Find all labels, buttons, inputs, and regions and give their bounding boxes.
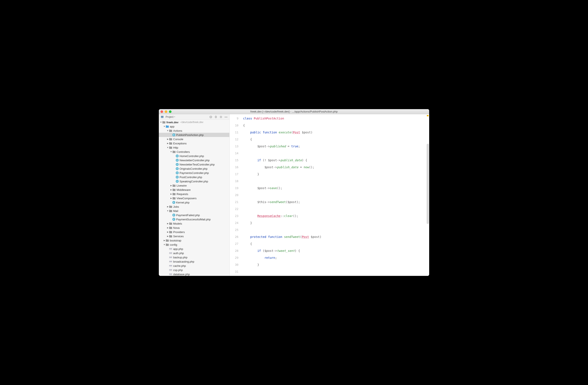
project-sidebar: Project ▾ — ▼ freek.dev ~/dev/code/freek… — [159, 114, 230, 276]
tree-file[interactable]: PHPbroadcasting.php — [159, 259, 229, 264]
php-file-icon: PHP — [169, 256, 172, 259]
project-header: Project ▾ — — [159, 114, 229, 120]
code-line[interactable]: { — [241, 136, 429, 143]
maximize-button[interactable] — [169, 110, 171, 113]
tree-folder-actions[interactable]: ▼ Actions — [159, 129, 229, 133]
code-line[interactable]: if ($post->tweet_sent) { — [241, 247, 429, 254]
tree-folder-mail[interactable]: ▼Mail — [159, 209, 229, 213]
warning-marker[interactable] — [427, 115, 429, 116]
tree-folder-middleware[interactable]: ▶Middleware — [159, 188, 229, 192]
code-line[interactable]: ResponseCache::clear(); — [241, 213, 429, 220]
tree-folder-bootstrap[interactable]: ▶bootstrap — [159, 238, 229, 243]
tree-folder-viewcomposers[interactable]: ▶ViewComposers — [159, 196, 229, 200]
code-line[interactable]: } — [241, 220, 429, 226]
line-number: 11 — [230, 129, 238, 136]
tree-item-label: Middleware — [177, 188, 190, 191]
code-line[interactable]: $post->published = true; — [241, 143, 429, 150]
code-line[interactable] — [241, 192, 429, 199]
chevron-right-icon: ▶ — [170, 193, 172, 195]
tree-folder-config[interactable]: ▼config — [159, 243, 229, 247]
code-line[interactable] — [241, 268, 429, 275]
code-line[interactable]: if (! $post->publish_date) { — [241, 157, 429, 164]
code-line[interactable]: $post->save(); — [241, 185, 429, 192]
tree-folder-console[interactable]: ▶ Console — [159, 137, 229, 141]
svg-line-11 — [222, 117, 222, 118]
code-line[interactable]: { — [241, 122, 429, 129]
code-line[interactable]: } — [241, 261, 429, 268]
titlebar[interactable]: freek.dev [~/dev/code/freek.dev] - .../a… — [159, 109, 429, 114]
tree-file[interactable]: PHPcache.php — [159, 264, 229, 268]
locate-button[interactable] — [209, 115, 213, 119]
project-label-text: Project — [166, 116, 173, 118]
tree-folder-nova[interactable]: ▶Nova — [159, 226, 229, 230]
php-file-icon: PHP — [169, 265, 172, 267]
code-line[interactable]: { — [241, 241, 429, 247]
code-line[interactable]: $this->sendTweet($post); — [241, 199, 429, 205]
tree-file[interactable]: PHPdatabase.php — [159, 272, 229, 276]
tree-item-label: Kernel.php — [176, 201, 189, 204]
php-file-icon: PHP — [169, 269, 172, 271]
tree-file[interactable]: CNewsletterController.php — [159, 158, 229, 162]
php-file-icon: PHP — [169, 261, 172, 263]
close-button[interactable] — [161, 110, 163, 113]
tree-item-label: Services — [173, 235, 184, 238]
tree-folder-http[interactable]: ▼ Http — [159, 145, 229, 150]
hide-button[interactable]: — — [224, 115, 228, 119]
tree-file[interactable]: CSpeakingController.php — [159, 179, 229, 183]
tree-file[interactable]: CNewsletterTestController.php — [159, 162, 229, 166]
line-number: 15 — [230, 157, 238, 164]
code-line[interactable] — [241, 150, 429, 157]
code-line[interactable]: } — [241, 171, 429, 178]
code-editor[interactable]: 9 10 11 12 13 14 15 16 17 18 19 20 21 22… — [230, 114, 429, 276]
tree-file-publishpostaction[interactable]: C PublishPostAction.php — [159, 133, 229, 137]
tree-folder-livewire[interactable]: ▶Livewire — [159, 183, 229, 188]
tree-folder-exceptions[interactable]: ▶ Exceptions — [159, 141, 229, 145]
code-line[interactable]: public function execute(Post $post) — [241, 129, 429, 136]
tree-file[interactable]: PHPcsp.php — [159, 268, 229, 272]
tree-item-label: ViewComposers — [177, 197, 196, 200]
code-line[interactable]: class PublishPostAction — [241, 115, 429, 122]
code-line[interactable]: $post->publish_date = now(); — [241, 164, 429, 171]
tree-item-label: backup.php — [173, 256, 187, 259]
collapse-button[interactable] — [214, 115, 218, 119]
tree-file[interactable]: CPostController.php — [159, 175, 229, 179]
tree-file-kernel[interactable]: CKernel.php — [159, 200, 229, 204]
tree-file[interactable]: PHPbackup.php — [159, 255, 229, 259]
tree-item-label: OriginalsController.php — [180, 167, 207, 170]
file-tree[interactable]: ▼ freek.dev ~/dev/code/freek.dev ▼ app ▼… — [159, 120, 229, 276]
code-content[interactable]: class PublishPostAction { public functio… — [241, 114, 429, 276]
tree-file[interactable]: PHPapp.php — [159, 247, 229, 251]
tree-folder-providers[interactable]: ▶Providers — [159, 230, 229, 234]
tree-item-label: bootstrap — [170, 239, 181, 242]
tree-file[interactable]: COriginalsController.php — [159, 166, 229, 171]
code-line[interactable] — [241, 178, 429, 185]
folder-icon — [169, 137, 172, 141]
tree-folder-app[interactable]: ▼ app — [159, 124, 229, 129]
chevron-down-icon: ▼ — [167, 146, 169, 149]
tree-folder-controllers[interactable]: ▼ Controllers — [159, 150, 229, 154]
code-line[interactable] — [241, 205, 429, 213]
code-line[interactable]: return; — [241, 254, 429, 261]
line-number: 25 — [230, 226, 238, 233]
tree-folder-jobs[interactable]: ▶Jobs — [159, 204, 229, 209]
project-label[interactable]: Project ▾ — [166, 116, 175, 118]
minimize-button[interactable] — [165, 110, 167, 113]
chevron-right-icon: ▶ — [167, 231, 169, 233]
code-line[interactable]: protected function sendTweet(Post $post) — [241, 233, 429, 241]
folder-icon — [166, 243, 169, 246]
tree-folder-models[interactable]: ▶Models — [159, 222, 229, 226]
settings-button[interactable] — [219, 115, 223, 119]
code-line[interactable] — [241, 226, 429, 233]
tree-file[interactable]: CPaymentSuccessfulMail.php — [159, 217, 229, 222]
scrollbar[interactable] — [427, 144, 429, 224]
tree-root[interactable]: ▼ freek.dev ~/dev/code/freek.dev — [159, 120, 229, 124]
chevron-down-icon: ▼ — [160, 121, 162, 123]
tree-folder-requests[interactable]: ▶Requests — [159, 192, 229, 196]
dropdown-icon: ▾ — [174, 116, 175, 118]
tree-file[interactable]: CPaymentsController.php — [159, 171, 229, 175]
tree-folder-services[interactable]: ▶Services — [159, 234, 229, 238]
tree-item-label: csp.php — [173, 268, 183, 272]
tree-file[interactable]: CPaymentFailed.php — [159, 213, 229, 217]
tree-file[interactable]: PHPauth.php — [159, 251, 229, 255]
tree-file[interactable]: CHomeController.php — [159, 154, 229, 158]
